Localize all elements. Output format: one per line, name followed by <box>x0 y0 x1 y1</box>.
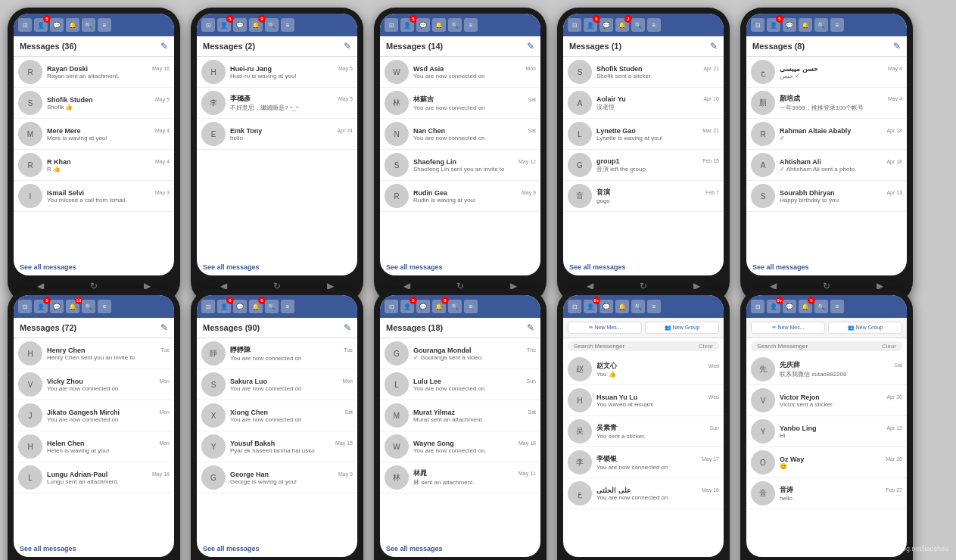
message-item[interactable]: YYanbo LingApr 12Hi <box>746 416 907 447</box>
message-item[interactable]: 李李锁银May 17You are now connected on <box>563 447 724 478</box>
nav-icon-4[interactable]: 🔍 <box>631 300 645 313</box>
nav-icon-3[interactable]: 🔔9 <box>249 18 263 32</box>
message-item[interactable]: ععلی الحلتیMay 16You are now connected o… <box>563 478 724 509</box>
see-all-messages[interactable]: See all messages <box>14 540 174 557</box>
nav-icon-2[interactable]: 💬 <box>50 18 64 32</box>
new-group-button[interactable]: 👥 New Group <box>645 322 719 334</box>
see-all-messages[interactable]: See all messages <box>14 259 174 275</box>
see-all-messages[interactable]: See all messages <box>380 540 540 557</box>
message-item[interactable]: LLulu LeeSunYou are now connected on <box>380 369 540 400</box>
nav-icon-2[interactable]: 💬 <box>599 18 613 32</box>
nav-icon-5[interactable]: ≡ <box>98 300 111 313</box>
nav-icon-2[interactable]: 💬 <box>233 18 247 32</box>
nav-icon-1[interactable]: 👤5 <box>34 18 48 32</box>
nav-icon-3[interactable]: 🔔 <box>432 18 446 32</box>
nav-icon-2[interactable]: 💬 <box>50 300 64 313</box>
message-item[interactable]: RRahman Altaie AbablyApr 18✓ <box>746 119 907 150</box>
nav-icon-1[interactable]: 👤9+ <box>767 300 780 313</box>
message-item[interactable]: AAhtisham AliApr 18✓ Ahtisham Ali sent a… <box>746 150 907 181</box>
nav-icon-0[interactable]: ⊡ <box>385 300 398 313</box>
nav-icon-3[interactable]: 🔔 <box>799 18 812 32</box>
nav-icon-5[interactable]: ≡ <box>464 18 478 32</box>
message-item[interactable]: MMere MereMay 4Mere is waving at you! <box>14 119 174 150</box>
message-item[interactable]: VVictor RejonApr 20Victor sent a sticker… <box>746 385 907 416</box>
see-all-messages[interactable]: See all messages <box>746 259 907 275</box>
message-item[interactable]: EEmk TonyApr 24hello <box>197 119 357 150</box>
nav-icon-3[interactable]: 🔔9 <box>432 300 446 313</box>
nav-icon-1[interactable]: 👤6 <box>217 300 231 313</box>
see-all-messages[interactable]: See all messages <box>197 259 357 275</box>
message-item[interactable]: SShofik StudenApr 21Shofik sent a sticke… <box>563 57 724 88</box>
message-item[interactable]: 音音演Feb 7gogo <box>563 181 724 212</box>
message-item[interactable]: IIsmail SelviMay 3You missed a call from… <box>14 181 174 212</box>
nav-icon-1[interactable]: 👤6 <box>584 18 597 32</box>
nav-icon-4[interactable]: 🔍 <box>448 18 462 32</box>
message-item[interactable]: XXiong ChenSatYou are now connected on <box>197 400 357 431</box>
nav-icon-4[interactable]: 🔍 <box>814 300 828 313</box>
nav-icon-1[interactable]: 👤5 <box>400 300 414 313</box>
edit-icon[interactable]: ✎ <box>160 322 168 333</box>
nav-icon-1[interactable]: 👤9+ <box>584 300 597 313</box>
message-item[interactable]: VVicky ZhouMonYou are now connected on <box>14 369 174 400</box>
nav-icon-1[interactable]: 👤5 <box>767 18 780 32</box>
message-item[interactable]: 林林晁May 11林 sent an attachment. <box>380 462 540 493</box>
nav-icon-2[interactable]: 💬 <box>783 300 796 313</box>
nav-icon-2[interactable]: 💬 <box>233 300 247 313</box>
message-item[interactable]: SSakura LuoMonYou are now connected on <box>197 369 357 400</box>
see-all-messages[interactable]: See all messages <box>563 259 724 275</box>
nav-icon-0[interactable]: ⊡ <box>568 18 581 32</box>
nav-icon-4[interactable]: 🔍 <box>82 18 95 32</box>
nav-icon-0[interactable]: ⊡ <box>18 300 32 313</box>
message-item[interactable]: WWsd AsiaMonYou are now connected on <box>380 57 540 88</box>
message-item[interactable]: 顏顏培成May 4一年3999，推推登录100个帐号 <box>746 88 907 119</box>
nav-icon-3[interactable]: 🔔5 <box>799 300 812 313</box>
message-item[interactable]: 先先庆薛Sat联系我微信 xutao882208 <box>746 354 907 385</box>
message-item[interactable]: GGeorge HanMay 9George is waving at you! <box>197 462 357 493</box>
edit-icon[interactable]: ✎ <box>527 41 534 51</box>
message-item[interactable]: JJikato Gangesh MirchiMonYou are now con… <box>14 400 174 431</box>
nav-icon-5[interactable]: ≡ <box>98 18 111 32</box>
message-item[interactable]: YYousuf BakshMay 15Pyar ek haseen lamha … <box>197 431 357 462</box>
nav-icon-4[interactable]: 🔍 <box>448 300 462 313</box>
nav-icon-3[interactable]: 🔔 <box>615 300 629 313</box>
nav-icon-0[interactable]: ⊡ <box>201 18 215 32</box>
message-item[interactable]: SSourabh DhiryanApr 13Happy birthday to … <box>746 181 907 212</box>
message-item[interactable]: HHsuan Yu LuWedYou waved at Hsuan! <box>563 385 724 416</box>
search-input[interactable] <box>757 343 879 350</box>
nav-icon-4[interactable]: 🔍 <box>814 18 828 32</box>
nav-icon-2[interactable]: 💬 <box>783 18 796 32</box>
nav-icon-5[interactable]: ≡ <box>281 300 294 313</box>
edit-icon[interactable]: ✎ <box>344 322 351 333</box>
see-all-messages[interactable]: See all messages <box>380 259 540 275</box>
message-item[interactable]: RRudin GeaMay 9Rudin is waving at you! <box>380 181 540 212</box>
nav-icon-0[interactable]: ⊡ <box>385 18 398 32</box>
nav-icon-5[interactable]: ≡ <box>647 300 661 313</box>
message-item[interactable]: OOz WayMar 20😊 <box>746 447 907 478</box>
message-item[interactable]: LLynette GaoMar 21Lynette is waving at y… <box>563 119 724 150</box>
new-group-button[interactable]: 👥 New Group <box>828 322 902 334</box>
message-item[interactable]: LLungu Adrian-PaulMay 18Lungu sent an at… <box>14 462 174 493</box>
message-item[interactable]: 吴吴素青SunYou sent a sticker. <box>563 416 724 447</box>
new-message-button[interactable]: ✏ New Mes... <box>568 322 642 334</box>
nav-icon-2[interactable]: 💬 <box>416 300 430 313</box>
nav-icon-0[interactable]: ⊡ <box>18 18 32 32</box>
nav-icon-3[interactable]: 🔔 <box>66 18 79 32</box>
nav-icon-5[interactable]: ≡ <box>281 18 294 32</box>
message-item[interactable]: GGouranga MondalThu✓ Gouranga sent a vid… <box>380 338 540 369</box>
message-item[interactable]: HHuei-ru JangMay 5Huei-ru is waving at y… <box>197 57 357 88</box>
message-item[interactable]: SShaofeng LinMay 12Shaofeng Lin sent you… <box>380 150 540 181</box>
edit-icon[interactable]: ✎ <box>893 41 901 51</box>
message-item[interactable]: 赵赵文心WedYou 👍 <box>563 354 724 385</box>
nav-icon-4[interactable]: 🔍 <box>631 18 645 32</box>
edit-icon[interactable]: ✎ <box>710 41 718 51</box>
message-item[interactable]: WWayne SongMay 18You are now connected o… <box>380 431 540 462</box>
clear-button[interactable]: Clear <box>882 343 896 350</box>
nav-icon-0[interactable]: ⊡ <box>201 300 215 313</box>
edit-icon[interactable]: ✎ <box>160 41 168 51</box>
nav-icon-5[interactable]: ≡ <box>647 18 661 32</box>
nav-icon-3[interactable]: 🔔8 <box>249 300 263 313</box>
nav-icon-1[interactable]: 👤5 <box>400 18 414 32</box>
edit-icon[interactable]: ✎ <box>344 41 351 51</box>
nav-icon-1[interactable]: 👤5 <box>34 300 48 313</box>
nav-icon-5[interactable]: ≡ <box>830 18 844 32</box>
